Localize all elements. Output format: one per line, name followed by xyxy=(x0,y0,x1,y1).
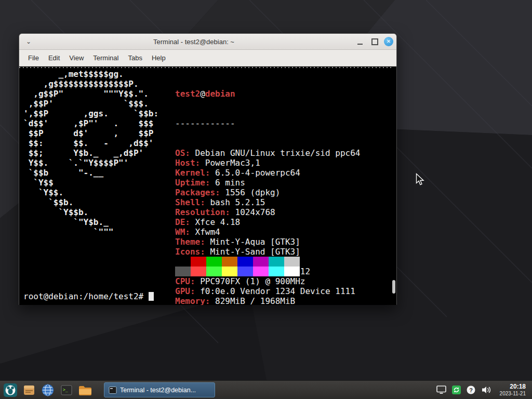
close-button[interactable]: ✕ xyxy=(384,37,393,46)
neofetch-field-packages: Packages: 1556 (dpkg) xyxy=(175,188,360,197)
terminal-separator-line xyxy=(19,67,391,68)
neofetch-title: test2@debian xyxy=(175,89,360,99)
terminal-scrollbar[interactable] xyxy=(391,66,396,305)
palette-swatch xyxy=(191,267,206,276)
palette-swatch xyxy=(222,267,237,276)
neofetch-underline: ------------ xyxy=(175,118,360,128)
neofetch-at: @ xyxy=(200,89,205,99)
palette-swatch xyxy=(269,267,284,276)
neofetch-field-os: OS: Debian GNU/Linux trixie/sid ppc64 xyxy=(175,148,360,158)
file-manager-launcher[interactable] xyxy=(77,382,94,398)
neofetch-field-resolution: Resolution: 532x399 xyxy=(175,207,360,217)
terminal-icon: >_ xyxy=(61,384,72,396)
scrollbar-thumb[interactable] xyxy=(392,280,395,294)
svg-text:?: ? xyxy=(469,387,473,393)
terminal-content[interactable]: _,met$$$$$gg. ,g$$$$$$$$$$$$$$$P. ,g$$P"… xyxy=(19,66,396,305)
palette-swatch xyxy=(222,257,237,267)
terminal-launcher[interactable]: >_ xyxy=(58,382,75,398)
maximize-icon xyxy=(371,38,378,45)
applications-menu-button[interactable] xyxy=(2,382,19,398)
menu-bar: FileEditViewTerminalTabsHelp xyxy=(19,50,396,66)
minimize-icon xyxy=(357,44,363,45)
volume-tray-icon[interactable] xyxy=(481,385,492,394)
neofetch-field-gpu: GPU: f0:0e.0 Vendor 1234 Device 1111 xyxy=(175,286,360,296)
neofetch-host: debian xyxy=(205,89,235,99)
palette-swatch xyxy=(206,257,222,267)
terminal-color-palette xyxy=(175,257,300,276)
task-terminal-icon xyxy=(109,386,117,394)
editor-icon xyxy=(23,384,35,396)
debian-ascii-logo: _,met$$$$$gg. ,g$$$$$$$$$$$$$$$P. ,g$$P"… xyxy=(23,69,158,237)
terminal-window: ⌄ Terminal - test2@debian: ~ ✕ FileEditV… xyxy=(19,33,397,305)
neofetch-field-de: DE: Xfce 4.18 xyxy=(175,217,360,227)
neofetch-field-shell: Shell: bash 5.2.15 xyxy=(175,197,360,207)
palette-swatch xyxy=(269,257,284,267)
editor-launcher[interactable] xyxy=(21,382,37,398)
palette-row-bright xyxy=(175,267,300,276)
neofetch-field-kernel: Kernel: 6.5.0-4-powerpc64 xyxy=(175,168,360,178)
palette-swatch xyxy=(253,267,269,276)
neofetch-field-host: Host: PowerMac3,1 xyxy=(175,158,360,168)
globe-icon xyxy=(41,383,55,397)
prompt-text: root@debian:/home/test2# xyxy=(23,291,149,301)
folder-icon xyxy=(78,384,92,396)
task-button-label: Terminal - test2@debian... xyxy=(120,387,196,394)
whisker-menu-icon xyxy=(4,383,17,397)
neofetch-field-cpu: CPU: PPC970FX (1) @ 900MHz xyxy=(175,276,360,286)
minimize-button[interactable] xyxy=(353,35,367,48)
taskbar-clock[interactable]: 20:18 2023-11-21 xyxy=(498,383,526,397)
window-titlebar[interactable]: ⌄ Terminal - test2@debian: ~ ✕ xyxy=(19,34,396,50)
neofetch-field-wm: WM: Xfwm4 xyxy=(175,227,360,237)
palette-swatch xyxy=(253,257,269,267)
palette-row-normal xyxy=(175,257,300,267)
display-settings-tray-icon[interactable] xyxy=(436,385,446,394)
window-title: Terminal - test2@debian: ~ xyxy=(35,38,353,46)
menu-item-view[interactable]: View xyxy=(64,51,88,64)
taskbar-window-button[interactable]: Terminal - test2@debian... xyxy=(104,382,215,397)
menu-item-edit[interactable]: Edit xyxy=(44,51,64,64)
menu-item-file[interactable]: File xyxy=(23,51,44,64)
palette-swatch xyxy=(237,257,253,267)
clock-date: 2023-11-21 xyxy=(500,391,526,397)
window-menu-chevron-icon[interactable]: ⌄ xyxy=(22,36,35,47)
neofetch-field-icons: Icons: Mint-Y-Sand [GTK3] xyxy=(175,247,360,257)
palette-swatch xyxy=(284,267,300,276)
neofetch-field-uptime: Uptime: 6 mins xyxy=(175,178,360,188)
close-icon: ✕ xyxy=(387,39,391,44)
palette-swatch xyxy=(175,257,191,267)
neofetch-field-theme: Theme: Mint-Y-Aqua [GTK3] xyxy=(175,237,360,247)
help-notification-tray-icon[interactable]: ? xyxy=(467,385,475,394)
menu-item-terminal[interactable]: Terminal xyxy=(88,51,123,64)
terminal-cursor xyxy=(149,292,154,301)
palette-swatch xyxy=(206,267,222,276)
neofetch-fields: OS: Debian GNU/Linux trixie/sid ppc64Hos… xyxy=(175,148,360,305)
palette-swatch xyxy=(284,257,300,267)
taskbar: >_ Terminal - test2@debian... xyxy=(0,380,532,399)
shell-prompt[interactable]: root@debian:/home/test2# xyxy=(23,291,154,301)
updates-tray-icon[interactable] xyxy=(452,385,461,394)
palette-swatch xyxy=(191,257,206,267)
palette-swatch xyxy=(175,267,191,276)
neofetch-field-memory: Memory: 829MiB / 1968MiB xyxy=(175,296,360,305)
maximize-button[interactable] xyxy=(367,35,382,48)
menu-item-help[interactable]: Help xyxy=(147,51,170,64)
clock-time: 20:18 xyxy=(500,383,526,391)
palette-swatch xyxy=(237,267,253,276)
web-browser-launcher[interactable] xyxy=(39,382,56,398)
svg-text:>_: >_ xyxy=(63,388,68,392)
neofetch-user: test2 xyxy=(175,89,200,99)
system-tray: ? 20:18 2023-11-21 xyxy=(436,383,530,397)
menu-item-tabs[interactable]: Tabs xyxy=(123,51,147,64)
